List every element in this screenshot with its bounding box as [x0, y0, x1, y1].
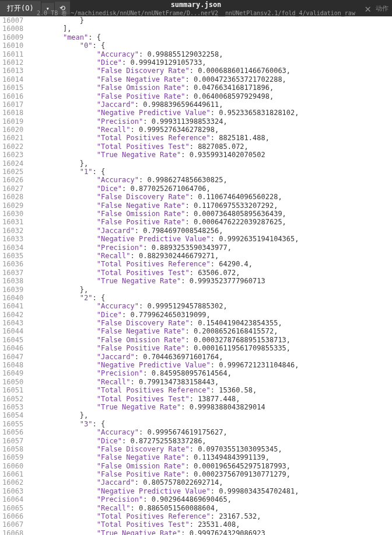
- action-label: 动作: [376, 4, 388, 13]
- recent-files-button[interactable]: ⟲: [55, 2, 70, 15]
- open-dropdown-button[interactable]: ▾: [41, 3, 55, 14]
- toolbar-left: 打开(O) ▾ ⟲: [0, 0, 70, 16]
- editor-area: 1600716008160091601016011160121601316014…: [0, 16, 392, 535]
- code-content[interactable]: } ], "mean": { "0": { "Accuracy": 0.9988…: [28, 16, 392, 535]
- titlebar: 打开(O) ▾ ⟲ summary.json 2.0 TB 卷 ~/machin…: [0, 0, 392, 16]
- open-button[interactable]: 打开(O): [0, 1, 41, 16]
- line-number-gutter: 1600716008160091601016011160121601316014…: [0, 16, 28, 535]
- close-icon[interactable]: ✕: [365, 2, 371, 15]
